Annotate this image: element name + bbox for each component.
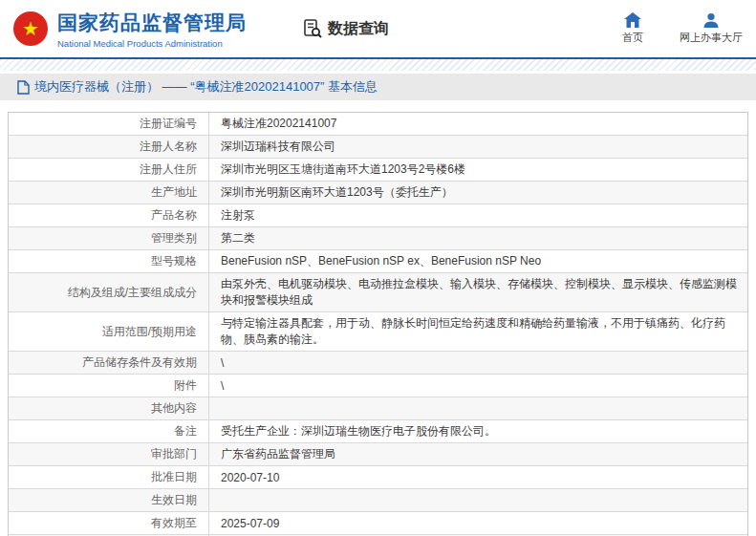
table-row: 适用范围/预期用途与特定输注器具配套，用于动、静脉长时间恒定给药速度和精确给药量… — [9, 311, 747, 351]
row-label: 结构及组成/主要组成成分 — [9, 273, 209, 311]
row-value: BeneFusion nSP、BeneFusion nSP ex、BeneFus… — [209, 250, 747, 272]
row-value: 深圳市光明区玉塘街道南环大道1203号2号楼6楼 — [209, 159, 747, 181]
national-emblem-icon: ★ — [13, 11, 48, 46]
table-row: 产品名称注射泵 — [9, 204, 747, 226]
org-name-zh: 国家药品监督管理局 — [57, 10, 247, 36]
nav-home-label: 首页 — [622, 31, 643, 45]
row-value — [209, 489, 747, 511]
row-value: \ — [209, 352, 747, 374]
document-search-icon — [302, 18, 323, 39]
row-value: 注射泵 — [209, 204, 747, 226]
row-label: 有效期至 — [9, 512, 209, 534]
table-row: 管理类别第二类 — [9, 226, 747, 249]
table-row: 附件\ — [9, 374, 747, 397]
org-name-en: National Medical Products Administration — [57, 38, 247, 49]
row-label: 其他内容 — [9, 397, 209, 419]
table-row: 注册人名称深圳迈瑞科技有限公司 — [9, 135, 747, 158]
nav-home[interactable]: 首页 — [622, 12, 643, 45]
table-row: 型号规格BeneFusion nSP、BeneFusion nSP ex、Ben… — [9, 249, 747, 272]
page-header: ★ 国家药品监督管理局 National Medical Products Ad… — [0, 0, 756, 59]
table-row: 批准日期2020-07-10 — [9, 465, 747, 488]
table-row: 结构及组成/主要组成成分由泵外壳、电机驱动模块、电动推拉盒模块、输入模块、存储模… — [9, 272, 747, 311]
header-hatch-strip — [0, 59, 756, 71]
row-label: 注册人名称 — [9, 136, 209, 158]
breadcrumb: 境内医疗器械（注册） —— “粤械注准20202141007” 基本信息 — [34, 78, 378, 96]
row-label: 注册人住所 — [9, 159, 209, 181]
person-icon — [702, 12, 720, 28]
row-value: 与特定输注器具配套，用于动、静脉长时间恒定给药速度和精确给药量输液，不用于镇痛药… — [209, 312, 747, 351]
row-value — [209, 397, 747, 419]
row-label: 生效日期 — [9, 489, 209, 511]
breadcrumb-bar: 境内医疗器械（注册） —— “粤械注准20202141007” 基本信息 — [0, 74, 756, 100]
row-value: 深圳市光明新区南环大道1203号（委托生产） — [209, 182, 747, 204]
row-label: 产品名称 — [9, 204, 209, 226]
table-row: 其他内容 — [9, 397, 747, 419]
row-value: 粤械注准20202141007 — [209, 113, 747, 135]
org-title-block: 国家药品监督管理局 National Medical Products Admi… — [57, 10, 247, 49]
nav-online-hall-label: 网上办事大厅 — [680, 31, 743, 45]
row-label: 备注 — [9, 420, 209, 442]
table-row: 有效期至2025-07-09 — [9, 511, 747, 534]
table-row: 备注受托生产企业：深圳迈瑞生物医疗电子股份有限公司。 — [9, 419, 747, 442]
table-row: 注册人住所深圳市光明区玉塘街道南环大道1203号2号楼6楼 — [9, 158, 747, 181]
row-label: 注册证编号 — [9, 113, 209, 135]
table-row: 审批部门广东省药品监督管理局 — [9, 442, 747, 465]
row-label: 审批部门 — [9, 443, 209, 465]
table-row: 注册证编号粤械注准20202141007 — [9, 113, 747, 135]
row-label: 管理类别 — [9, 227, 209, 249]
row-label: 批准日期 — [9, 466, 209, 488]
data-query-nav[interactable]: 数据查询 — [302, 18, 389, 39]
row-value: 2025-07-09 — [209, 512, 747, 534]
info-table: 注册证编号粤械注准20202141007注册人名称深圳迈瑞科技有限公司注册人住所… — [8, 112, 748, 536]
table-row: 产品储存条件及有效期\ — [9, 351, 747, 374]
row-label: 适用范围/预期用途 — [9, 312, 209, 351]
table-row: 生效日期 — [9, 488, 747, 511]
row-label: 附件 — [9, 375, 209, 397]
row-value: 受托生产企业：深圳迈瑞生物医疗电子股份有限公司。 — [209, 420, 747, 442]
table-row: 生产地址深圳市光明新区南环大道1203号（委托生产） — [9, 181, 747, 204]
data-query-label: 数据查询 — [328, 19, 389, 39]
row-value: 深圳迈瑞科技有限公司 — [209, 136, 747, 158]
row-value: 2020-07-10 — [209, 466, 747, 488]
row-value: 第二类 — [209, 227, 747, 249]
row-value: \ — [209, 375, 747, 397]
row-label: 生产地址 — [9, 182, 209, 204]
document-icon — [17, 80, 30, 95]
row-value: 由泵外壳、电机驱动模块、电动推拉盒模块、输入模块、存储模块、控制模块、显示模块、… — [209, 273, 747, 311]
nav-online-hall[interactable]: 网上办事大厅 — [680, 12, 743, 45]
row-label: 型号规格 — [9, 250, 209, 272]
row-label: 产品储存条件及有效期 — [9, 352, 209, 374]
row-value: 广东省药品监督管理局 — [209, 443, 747, 465]
home-icon — [624, 12, 641, 28]
